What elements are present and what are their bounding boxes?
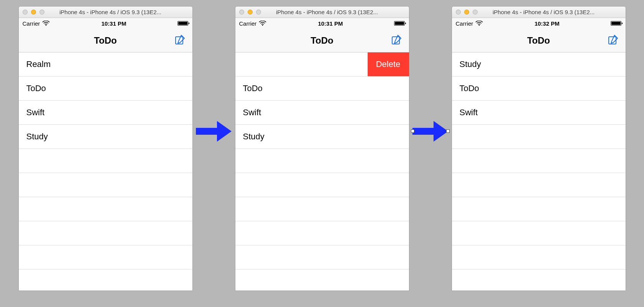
table-row — [235, 245, 409, 269]
row-label: Realm — [19, 59, 51, 69]
selection-handle[interactable] — [446, 129, 450, 133]
table-row — [19, 197, 192, 221]
table-row — [235, 221, 409, 245]
wifi-icon — [42, 21, 50, 26]
table-row — [19, 221, 192, 245]
table-row — [235, 149, 409, 173]
mac-window-titlebar: iPhone 4s - iPhone 4s / iOS 9.3 (13E2... — [235, 7, 409, 18]
row-label: ToDo — [452, 83, 479, 93]
traffic-light-minimize[interactable] — [248, 10, 253, 15]
status-left: Carrier — [23, 20, 50, 27]
table-row[interactable]: Study — [19, 125, 192, 149]
traffic-light-zoom[interactable] — [473, 10, 478, 15]
table-row — [452, 197, 626, 221]
compose-button[interactable] — [390, 34, 404, 47]
compose-button[interactable] — [173, 34, 187, 47]
traffic-light-close[interactable] — [239, 10, 244, 15]
table-row — [235, 173, 409, 197]
svg-point-4 — [479, 25, 480, 26]
row-label: Study — [235, 132, 264, 142]
table-row — [452, 149, 626, 173]
traffic-light-minimize[interactable] — [464, 10, 469, 15]
ios-nav-bar: ToDo — [452, 29, 626, 52]
row-label: Study — [19, 132, 48, 142]
battery-icon — [394, 21, 405, 26]
svg-point-0 — [46, 25, 47, 26]
todo-list[interactable]: RealmToDoSwiftStudy — [19, 52, 192, 291]
status-time: 10:31 PM — [318, 20, 343, 27]
wifi-icon — [259, 21, 266, 26]
table-row[interactable]: Swift — [19, 101, 192, 125]
transition-arrow — [412, 121, 449, 142]
compose-icon — [608, 34, 619, 47]
ios-status-bar: Carrier10:31 PM — [235, 18, 409, 29]
status-carrier: Carrier — [23, 20, 40, 27]
compose-button[interactable] — [606, 34, 620, 47]
nav-title: ToDo — [94, 35, 117, 46]
compose-icon — [391, 34, 402, 47]
status-time: 10:32 PM — [534, 20, 559, 27]
traffic-light-zoom[interactable] — [39, 10, 44, 15]
table-row[interactable]: Realm — [19, 52, 192, 77]
mac-window-titlebar: iPhone 4s - iPhone 4s / iOS 9.3 (13E2... — [19, 7, 192, 18]
arrow-right-icon — [196, 121, 232, 142]
table-row — [19, 173, 192, 197]
row-label: ToDo — [235, 83, 263, 93]
table-row — [452, 125, 626, 149]
mac-window-title: iPhone 4s - iPhone 4s / iOS 9.3 (13E2... — [264, 9, 405, 15]
battery-icon — [177, 21, 188, 26]
ios-status-bar: Carrier10:32 PM — [452, 18, 626, 29]
table-row — [19, 245, 192, 269]
simulator-window: iPhone 4s - iPhone 4s / iOS 9.3 (13E2...… — [452, 6, 626, 291]
table-row — [452, 245, 626, 269]
simulator-window: iPhone 4s - iPhone 4s / iOS 9.3 (13E2...… — [235, 6, 409, 291]
mac-window-title: iPhone 4s - iPhone 4s / iOS 9.3 (13E2... — [48, 9, 189, 15]
row-label: Study — [452, 59, 481, 69]
status-left: Carrier — [456, 20, 483, 27]
table-row — [235, 197, 409, 221]
delete-button[interactable]: Delete — [368, 52, 409, 76]
row-label: Swift — [452, 108, 478, 118]
table-row[interactable]: Study — [452, 52, 626, 77]
nav-title: ToDo — [527, 35, 550, 46]
simulator-window: iPhone 4s - iPhone 4s / iOS 9.3 (13E2...… — [18, 6, 193, 291]
svg-point-2 — [262, 25, 263, 26]
status-time: 10:31 PM — [101, 20, 126, 27]
table-row[interactable]: ToDo — [19, 77, 192, 101]
arrow-right-icon — [412, 121, 449, 142]
table-row[interactable]: ToDo — [235, 77, 409, 101]
table-row: Delete — [235, 52, 409, 77]
todo-list[interactable]: DeleteToDoSwiftStudy — [235, 52, 409, 291]
battery-icon — [611, 21, 621, 26]
table-row[interactable]: ToDo — [452, 77, 626, 101]
ios-nav-bar: ToDo — [235, 29, 409, 52]
table-row[interactable]: Swift — [452, 101, 626, 125]
todo-list[interactable]: StudyToDoSwift — [452, 52, 626, 291]
ios-nav-bar: ToDo — [19, 29, 192, 52]
traffic-light-close[interactable] — [23, 10, 28, 15]
status-carrier: Carrier — [239, 20, 257, 27]
mac-window-title: iPhone 4s - iPhone 4s / iOS 9.3 (13E2... — [481, 9, 622, 15]
traffic-light-close[interactable] — [456, 10, 461, 15]
ios-status-bar: Carrier10:31 PM — [19, 18, 192, 29]
row-label: ToDo — [19, 83, 46, 93]
table-row — [452, 173, 626, 197]
traffic-light-zoom[interactable] — [256, 10, 261, 15]
nav-title: ToDo — [310, 35, 334, 46]
compose-icon — [174, 34, 186, 47]
transition-arrow — [196, 121, 232, 142]
table-row[interactable]: Swift — [235, 101, 409, 125]
row-label: Swift — [235, 108, 261, 118]
status-left: Carrier — [239, 20, 267, 27]
row-label: Swift — [19, 108, 45, 118]
table-row[interactable]: Study — [235, 125, 409, 149]
table-row — [452, 221, 626, 245]
table-row — [19, 149, 192, 173]
selection-handle[interactable] — [411, 129, 414, 133]
traffic-light-minimize[interactable] — [31, 10, 36, 15]
mac-window-titlebar: iPhone 4s - iPhone 4s / iOS 9.3 (13E2... — [452, 7, 626, 18]
status-carrier: Carrier — [456, 20, 473, 27]
wifi-icon — [475, 21, 483, 26]
